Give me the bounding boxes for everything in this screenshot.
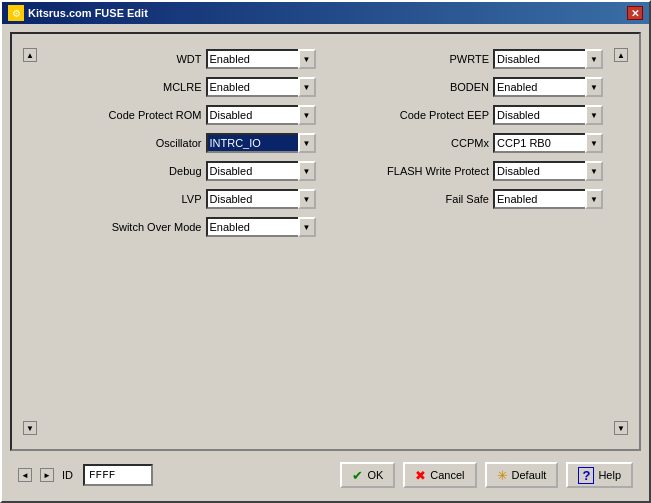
code-protect-eep-label: Code Protect EEP bbox=[400, 109, 489, 121]
switch-over-row: Switch Over Mode Enabled Disabled ▼ bbox=[48, 216, 316, 238]
debug-wrapper: Enabled Disabled ▼ bbox=[206, 161, 316, 181]
main-window: ⚙ Kitsrus.com FUSE Edit ✕ ▲ ▼ WDT bbox=[0, 0, 651, 503]
ccpmx-row: CCPMx CCP1 RB0 CCP1 RB3 ▼ bbox=[336, 132, 604, 154]
flash-write-protect-select[interactable]: Enabled Disabled bbox=[493, 161, 603, 181]
pwrte-wrapper: Enabled Disabled ▼ bbox=[493, 49, 603, 69]
ok-icon: ✔ bbox=[352, 468, 363, 483]
default-button[interactable]: ✳ Default bbox=[485, 462, 559, 488]
ccpmx-select[interactable]: CCP1 RB0 CCP1 RB3 bbox=[493, 133, 603, 153]
scroll-left-arrow[interactable]: ◄ bbox=[18, 468, 32, 482]
mclre-select[interactable]: Enabled Disabled bbox=[206, 77, 316, 97]
switch-over-wrapper: Enabled Disabled ▼ bbox=[206, 217, 316, 237]
right-scroll: ▲ ▼ bbox=[613, 48, 629, 435]
switch-over-select[interactable]: Enabled Disabled bbox=[206, 217, 316, 237]
right-form-col: PWRTE Enabled Disabled ▼ BODEN bbox=[336, 48, 604, 435]
help-label: Help bbox=[598, 469, 621, 481]
ccpmx-label: CCPMx bbox=[451, 137, 489, 149]
fail-safe-row: Fail Safe Enabled Disabled ▼ bbox=[336, 188, 604, 210]
lvp-wrapper: Enabled Disabled ▼ bbox=[206, 189, 316, 209]
boden-select[interactable]: Enabled Disabled bbox=[493, 77, 603, 97]
default-icon: ✳ bbox=[497, 468, 508, 483]
scroll-down-left[interactable]: ▼ bbox=[23, 421, 37, 435]
window-title: Kitsrus.com FUSE Edit bbox=[28, 7, 148, 19]
boden-label: BODEN bbox=[450, 81, 489, 93]
debug-label: Debug bbox=[169, 165, 201, 177]
help-icon: ? bbox=[578, 467, 594, 484]
ccpmx-wrapper: CCP1 RB0 CCP1 RB3 ▼ bbox=[493, 133, 603, 153]
code-protect-eep-select[interactable]: Enabled Disabled bbox=[493, 105, 603, 125]
id-input[interactable] bbox=[83, 464, 153, 486]
wdt-select[interactable]: Enabled Disabled bbox=[206, 49, 316, 69]
mclre-select-wrapper: Enabled Disabled ▼ bbox=[206, 77, 316, 97]
wdt-label: WDT bbox=[176, 53, 201, 65]
main-content: ▲ ▼ WDT Enabled Disabled ▼ bbox=[10, 32, 641, 451]
code-protect-eep-wrapper: Enabled Disabled ▼ bbox=[493, 105, 603, 125]
title-bar-left: ⚙ Kitsrus.com FUSE Edit bbox=[8, 5, 148, 21]
code-protect-rom-select[interactable]: Enabled Disabled bbox=[206, 105, 316, 125]
oscillator-select[interactable]: INTRC_IO INTRC EXTRC HS XT LP bbox=[206, 133, 316, 153]
switch-over-label: Switch Over Mode bbox=[112, 221, 202, 233]
fail-safe-wrapper: Enabled Disabled ▼ bbox=[493, 189, 603, 209]
cancel-button[interactable]: ✖ Cancel bbox=[403, 462, 476, 488]
code-protect-rom-row: Code Protect ROM Enabled Disabled ▼ bbox=[48, 104, 316, 126]
code-protect-eep-row: Code Protect EEP Enabled Disabled ▼ bbox=[336, 104, 604, 126]
bottom-bar: ◄ ► ID ✔ OK ✖ Cancel ✳ Default ? Help bbox=[10, 457, 641, 493]
left-form-col: WDT Enabled Disabled ▼ MCLRE bbox=[48, 48, 316, 435]
pwrte-row: PWRTE Enabled Disabled ▼ bbox=[336, 48, 604, 70]
left-scroll: ▲ ▼ bbox=[22, 48, 38, 435]
wdt-row: WDT Enabled Disabled ▼ bbox=[48, 48, 316, 70]
close-button[interactable]: ✕ bbox=[627, 6, 643, 20]
cancel-label: Cancel bbox=[430, 469, 464, 481]
fail-safe-label: Fail Safe bbox=[446, 193, 489, 205]
scroll-right-arrow[interactable]: ► bbox=[40, 468, 54, 482]
ok-label: OK bbox=[367, 469, 383, 481]
cancel-icon: ✖ bbox=[415, 468, 426, 483]
flash-write-protect-label: FLASH Write Protect bbox=[387, 165, 489, 177]
flash-write-protect-wrapper: Enabled Disabled ▼ bbox=[493, 161, 603, 181]
boden-wrapper: Enabled Disabled ▼ bbox=[493, 77, 603, 97]
debug-row: Debug Enabled Disabled ▼ bbox=[48, 160, 316, 182]
oscillator-label: Oscillator bbox=[156, 137, 202, 149]
code-protect-rom-wrapper: Enabled Disabled ▼ bbox=[206, 105, 316, 125]
boden-row: BODEN Enabled Disabled ▼ bbox=[336, 76, 604, 98]
lvp-select[interactable]: Enabled Disabled bbox=[206, 189, 316, 209]
code-protect-rom-label: Code Protect ROM bbox=[109, 109, 202, 121]
pwrte-label: PWRTE bbox=[449, 53, 489, 65]
window-body: ▲ ▼ WDT Enabled Disabled ▼ bbox=[2, 24, 649, 501]
window-icon: ⚙ bbox=[8, 5, 24, 21]
flash-write-protect-row: FLASH Write Protect Enabled Disabled ▼ bbox=[336, 160, 604, 182]
mclre-row: MCLRE Enabled Disabled ▼ bbox=[48, 76, 316, 98]
lvp-row: LVP Enabled Disabled ▼ bbox=[48, 188, 316, 210]
lvp-label: LVP bbox=[182, 193, 202, 205]
default-label: Default bbox=[512, 469, 547, 481]
scroll-down-right[interactable]: ▼ bbox=[614, 421, 628, 435]
fail-safe-select[interactable]: Enabled Disabled bbox=[493, 189, 603, 209]
title-bar: ⚙ Kitsrus.com FUSE Edit ✕ bbox=[2, 2, 649, 24]
oscillator-row: Oscillator INTRC_IO INTRC EXTRC HS XT LP… bbox=[48, 132, 316, 154]
pwrte-select[interactable]: Enabled Disabled bbox=[493, 49, 603, 69]
scroll-up-left[interactable]: ▲ bbox=[23, 48, 37, 62]
form-area: WDT Enabled Disabled ▼ MCLRE bbox=[48, 48, 603, 435]
wdt-select-wrapper: Enabled Disabled ▼ bbox=[206, 49, 316, 69]
oscillator-wrapper: INTRC_IO INTRC EXTRC HS XT LP ▼ bbox=[206, 133, 316, 153]
ok-button[interactable]: ✔ OK bbox=[340, 462, 395, 488]
help-button[interactable]: ? Help bbox=[566, 462, 633, 488]
mclre-label: MCLRE bbox=[163, 81, 202, 93]
debug-select[interactable]: Enabled Disabled bbox=[206, 161, 316, 181]
id-label: ID bbox=[62, 469, 73, 481]
scroll-up-right[interactable]: ▲ bbox=[614, 48, 628, 62]
